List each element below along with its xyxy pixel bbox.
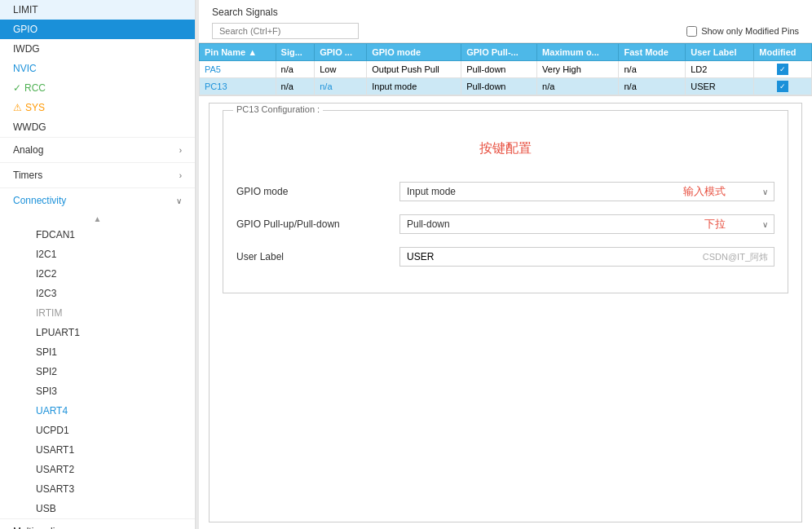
cell-fast-mode: n/a bbox=[619, 78, 686, 95]
cell-modified: ✓ bbox=[754, 78, 812, 95]
config-gpio-pull-label: GPIO Pull-up/Pull-down bbox=[236, 218, 399, 230]
connectivity-items: FDCAN1 I2C1 I2C2 I2C3 IRTIM LPUART1 SPI1… bbox=[0, 225, 195, 518]
cell-gpio-speed: Low bbox=[315, 61, 367, 78]
sidebar-item-spi3[interactable]: SPI3 bbox=[23, 381, 195, 401]
show-modified-wrapper: Show only Modified Pins bbox=[686, 26, 799, 37]
pin-table-wrapper: Pin Name ▲ Sig... GPIO ... GPIO mode GPI… bbox=[199, 43, 812, 96]
col-gpio-mode[interactable]: GPIO mode bbox=[367, 44, 461, 61]
cell-user-label: LD2 bbox=[686, 61, 754, 78]
config-gpio-pull-row: GPIO Pull-up/Pull-down No pull-up and no… bbox=[236, 214, 774, 234]
config-center-title: 按键配置 bbox=[236, 140, 774, 157]
table-row[interactable]: PA5 n/a Low Output Push Pull Pull-down V… bbox=[200, 61, 812, 78]
cell-gpio-mode: Output Push Pull bbox=[367, 61, 461, 78]
config-user-label-label: User Label bbox=[236, 251, 399, 262]
cell-user-label: USER bbox=[686, 78, 754, 95]
col-modified[interactable]: Modified bbox=[754, 44, 812, 61]
cell-gpio-pull: Pull-down bbox=[461, 61, 537, 78]
config-user-label-row: User Label CSDN@IT_阿炜 bbox=[236, 247, 774, 267]
cell-max-output: n/a bbox=[537, 78, 619, 95]
config-user-label-input-wrapper: CSDN@IT_阿炜 bbox=[399, 247, 774, 267]
sidebar-item-usart3[interactable]: USART3 bbox=[23, 479, 195, 499]
pin-table: Pin Name ▲ Sig... GPIO ... GPIO mode GPI… bbox=[199, 43, 812, 95]
sidebar-item-ucpd1[interactable]: UCPD1 bbox=[23, 421, 195, 440]
sidebar-item-lpuart1[interactable]: LPUART1 bbox=[23, 323, 195, 342]
sidebar-item-uart4[interactable]: UART4 bbox=[23, 401, 195, 421]
modified-checkbox: ✓ bbox=[777, 64, 788, 75]
sidebar-item-limit[interactable]: LIMIT bbox=[0, 0, 195, 20]
table-row[interactable]: PC13 n/a n/a Input mode Pull-down n/a n/… bbox=[200, 78, 812, 95]
sidebar-section-analog[interactable]: Analog › bbox=[0, 137, 195, 162]
watermark-text: CSDN@IT_阿炜 bbox=[703, 251, 768, 263]
show-modified-checkbox[interactable] bbox=[686, 26, 697, 37]
cell-gpio-mode: Input mode bbox=[367, 78, 461, 95]
sidebar-item-fdcan1[interactable]: FDCAN1 bbox=[23, 225, 195, 245]
col-gpio-pull[interactable]: GPIO Pull-... bbox=[461, 44, 537, 61]
search-input[interactable] bbox=[212, 23, 359, 39]
col-pin-name[interactable]: Pin Name ▲ bbox=[200, 44, 276, 61]
sidebar-item-sys[interactable]: ⚠SYS bbox=[0, 98, 195, 117]
config-panel: PC13 Configuration : 按键配置 GPIO mode Inpu… bbox=[209, 103, 802, 522]
cell-signal: n/a bbox=[276, 61, 315, 78]
show-modified-label: Show only Modified Pins bbox=[701, 26, 799, 36]
cell-fast-mode: n/a bbox=[619, 61, 686, 78]
cell-pin-name: PA5 bbox=[200, 61, 276, 78]
col-gpio-speed[interactable]: GPIO ... bbox=[315, 44, 367, 61]
cell-modified: ✓ bbox=[754, 61, 812, 78]
sidebar-item-spi2[interactable]: SPI2 bbox=[23, 362, 195, 381]
sidebar-item-irtim[interactable]: IRTIM bbox=[23, 303, 195, 323]
sidebar-item-iwdg[interactable]: IWDG bbox=[0, 39, 195, 59]
chevron-right-icon: › bbox=[179, 171, 182, 180]
chevron-down-icon: ∨ bbox=[176, 196, 182, 205]
cell-pin-name: PC13 bbox=[200, 78, 276, 95]
col-signal[interactable]: Sig... bbox=[276, 44, 315, 61]
search-title: Search Signals bbox=[212, 7, 799, 18]
sidebar-item-gpio[interactable]: GPIO bbox=[0, 20, 195, 39]
sidebar-item-i2c1[interactable]: I2C1 bbox=[23, 245, 195, 264]
modified-checkbox: ✓ bbox=[777, 81, 788, 92]
config-gpio-mode-select-wrapper: Input mode Output Push Pull Output Open … bbox=[399, 182, 774, 201]
sidebar-section-timers[interactable]: Timers › bbox=[0, 162, 195, 187]
cell-gpio-pull: Pull-down bbox=[461, 78, 537, 95]
scroll-up-handle[interactable]: ▲ bbox=[0, 213, 195, 225]
sidebar-item-usart1[interactable]: USART1 bbox=[23, 440, 195, 460]
sidebar: LIMIT GPIO IWDG NVIC ✓RCC ⚠SYS WWDG Anal… bbox=[0, 0, 196, 529]
chevron-right-icon: › bbox=[179, 146, 182, 155]
sidebar-item-usb[interactable]: USB bbox=[23, 499, 195, 518]
col-max-output[interactable]: Maximum o... bbox=[537, 44, 619, 61]
sidebar-item-usart2[interactable]: USART2 bbox=[23, 460, 195, 479]
sidebar-item-wwdg[interactable]: WWDG bbox=[0, 117, 195, 137]
sidebar-item-i2c2[interactable]: I2C2 bbox=[23, 264, 195, 284]
col-user-label[interactable]: User Label bbox=[686, 44, 754, 61]
cell-max-output: Very High bbox=[537, 61, 619, 78]
sidebar-item-nvic[interactable]: NVIC bbox=[0, 59, 195, 78]
sidebar-item-i2c3[interactable]: I2C3 bbox=[23, 284, 195, 303]
config-gpio-mode-row: GPIO mode Input mode Output Push Pull Ou… bbox=[236, 182, 774, 201]
col-fast-mode[interactable]: Fast Mode bbox=[619, 44, 686, 61]
config-title: PC13 Configuration : bbox=[233, 104, 323, 114]
sidebar-section-connectivity[interactable]: Connectivity ∨ bbox=[0, 187, 195, 213]
sidebar-section-multimedia[interactable]: Multimedia ∨ bbox=[0, 518, 195, 529]
config-gpio-mode-label: GPIO mode bbox=[236, 186, 399, 197]
sidebar-item-spi1[interactable]: SPI1 bbox=[23, 342, 195, 362]
search-area: Search Signals Show only Modified Pins bbox=[199, 0, 812, 43]
main-panel: Search Signals Show only Modified Pins P… bbox=[199, 0, 812, 529]
config-gpio-pull-select-wrapper: No pull-up and no pull-down Pull-up Pull… bbox=[399, 214, 774, 234]
config-gpio-pull-select[interactable]: No pull-up and no pull-down Pull-up Pull… bbox=[399, 214, 774, 234]
cell-signal: n/a bbox=[276, 78, 315, 95]
cell-gpio-speed: n/a bbox=[315, 78, 367, 95]
config-gpio-mode-select[interactable]: Input mode Output Push Pull Output Open … bbox=[399, 182, 774, 201]
sidebar-item-rcc[interactable]: ✓RCC bbox=[0, 78, 195, 98]
